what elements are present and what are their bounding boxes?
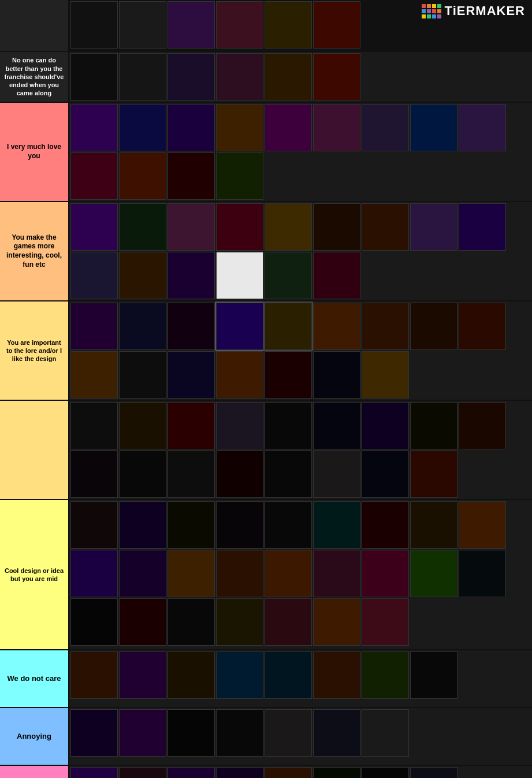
tier-row-c: You are important to the lore and/or I l…: [0, 301, 532, 401]
char-cell: [313, 402, 360, 449]
char-cell: [265, 303, 312, 350]
char-cell: [168, 1, 215, 49]
char-cell: [119, 1, 166, 49]
char-cell: [70, 550, 118, 597]
char-cell: [70, 351, 118, 399]
char-cell: [216, 1, 263, 49]
char-cell: [265, 550, 312, 597]
header-char-content: TiERMAKER: [69, 0, 532, 51]
char-cell: [313, 501, 360, 549]
char-cell: [313, 1, 360, 49]
char-cell: [362, 767, 409, 778]
char-cell: [168, 550, 215, 597]
tier-row-g: Annoying: [0, 708, 532, 766]
char-cell: [313, 252, 360, 299]
char-cell: [362, 550, 409, 597]
char-cell: [410, 451, 457, 498]
tier-row-s: No one can do better than you the franch…: [0, 52, 532, 103]
char-cell: [70, 402, 118, 449]
char-cell: [459, 501, 506, 549]
char-cell: [410, 501, 457, 549]
char-cell: [410, 303, 457, 350]
char-cell: [70, 598, 118, 646]
char-cell: [119, 550, 166, 597]
char-cell: [216, 203, 263, 251]
char-cell: [313, 104, 360, 151]
char-cell: [459, 303, 506, 350]
char-cell: [168, 501, 215, 549]
tier-content-a: [69, 103, 532, 201]
tier-content-e: [69, 500, 532, 649]
char-cell: [265, 252, 312, 299]
char-cell: [362, 451, 409, 498]
char-cell: [168, 53, 215, 100]
char-cell: [216, 53, 263, 100]
char-cell: [265, 1, 312, 49]
char-cell: [265, 53, 312, 100]
char-cell: [70, 652, 118, 699]
char-cell: [70, 1, 118, 49]
tier-label-g: Annoying: [0, 708, 69, 765]
tier-content-f: [69, 650, 532, 707]
char-cell: [168, 303, 215, 350]
char-cell: [119, 402, 166, 449]
char-cell: [216, 501, 263, 549]
char-cell: [168, 451, 215, 498]
char-cell: [410, 402, 457, 449]
char-cell: [216, 152, 263, 200]
char-cell: [362, 652, 409, 699]
tier-label-s: No one can do better than you the franch…: [0, 52, 69, 102]
char-cell: [70, 303, 118, 350]
char-cell: [362, 303, 409, 350]
char-cell: [119, 104, 166, 151]
char-cell: [70, 104, 118, 151]
char-cell: [70, 252, 118, 299]
char-cell: [313, 303, 360, 350]
char-cell: [168, 152, 215, 200]
char-cell: [265, 451, 312, 498]
char-cell: [216, 351, 263, 399]
tier-label-c: You are important to the lore and/or I l…: [0, 301, 69, 400]
char-cell: [265, 652, 312, 699]
char-cell: [70, 709, 118, 757]
logo-text: TiERMAKER: [445, 3, 525, 18]
char-cell: [313, 203, 360, 251]
char-cell: [119, 652, 166, 699]
char-cell: [265, 501, 312, 549]
char-cell: [216, 451, 263, 498]
char-cell: [216, 402, 263, 449]
tier-label-h: For some reason I literally just fucking…: [0, 766, 69, 778]
char-cell: [362, 598, 409, 646]
char-cell: [168, 351, 215, 399]
tier-label-b: You make the games more interesting, coo…: [0, 202, 69, 300]
char-cell: [168, 402, 215, 449]
char-cell: [459, 203, 506, 251]
char-cell: [70, 767, 118, 778]
char-cell: [410, 203, 457, 251]
char-cell: [313, 53, 360, 100]
char-cell: [265, 351, 312, 399]
char-cell: [313, 709, 360, 757]
char-cell: [216, 104, 263, 151]
char-cell: [265, 402, 312, 449]
char-cell: [313, 767, 360, 778]
char-cell: [362, 203, 409, 251]
tier-row-e: Cool design or idea but you are mid: [0, 500, 532, 650]
char-cell: [313, 451, 360, 498]
char-cell: [216, 709, 263, 757]
char-cell: [216, 652, 263, 699]
char-cell: [168, 652, 215, 699]
char-cell: [119, 252, 166, 299]
char-cell: [70, 203, 118, 251]
tier-row-h: For some reason I literally just fucking…: [0, 766, 532, 778]
tier-row-f: We do not care: [0, 650, 532, 708]
char-cell: [265, 104, 312, 151]
char-cell: [119, 709, 166, 757]
char-cell: [216, 767, 263, 778]
char-cell: [168, 104, 215, 151]
char-cell: [265, 709, 312, 757]
char-cell: [362, 402, 409, 449]
char-cell: [119, 303, 166, 350]
char-cell: [410, 767, 457, 778]
char-cell: [362, 501, 409, 549]
